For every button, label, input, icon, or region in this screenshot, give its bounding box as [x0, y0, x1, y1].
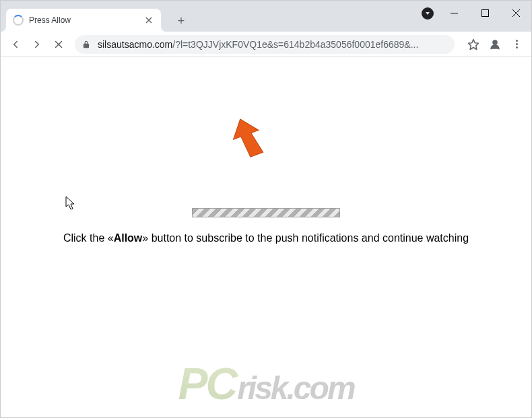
- tab-title: Press Allow: [29, 15, 143, 25]
- titlebar: Press Allow +: [1, 1, 531, 32]
- loading-spinner-icon: [13, 15, 24, 26]
- toolbar: silsautsacmo.com/?l=t3QJJVjxKF0VQ1e&s=61…: [1, 32, 531, 57]
- message-bold: Allow: [114, 232, 143, 244]
- browser-tab[interactable]: Press Allow: [6, 9, 161, 32]
- menu-button[interactable]: [507, 35, 526, 54]
- tab-strip: Press Allow +: [1, 1, 191, 32]
- svg-marker-2: [426, 12, 430, 15]
- page-content: Click the «Allow» button to subscribe to…: [1, 57, 531, 417]
- url-host: silsautsacmo.com: [98, 39, 172, 50]
- close-tab-button[interactable]: [143, 15, 154, 26]
- svg-marker-9: [469, 39, 479, 49]
- url-text: silsautsacmo.com/?l=t3QJJVjxKF0VQ1e&s=61…: [98, 39, 418, 50]
- profile-button[interactable]: [486, 35, 504, 54]
- menu-icon: [516, 40, 518, 48]
- url-path: /?l=t3QJJVjxKF0VQ1e&s=614b2b4a35056f0001…: [172, 39, 418, 50]
- watermark: PC risk.com: [178, 358, 354, 409]
- instruction-message: Click the «Allow» button to subscribe to…: [1, 232, 531, 244]
- forward-button[interactable]: [28, 35, 46, 54]
- message-suffix: » button to subscribe to the push notifi…: [142, 232, 469, 244]
- lock-icon: [81, 40, 91, 49]
- close-window-button[interactable]: [500, 1, 531, 25]
- center-block: Click the «Allow» button to subscribe to…: [1, 208, 531, 244]
- incognito-icon: [422, 7, 434, 20]
- svg-point-10: [493, 40, 497, 44]
- back-button[interactable]: [6, 35, 25, 54]
- new-tab-button[interactable]: +: [172, 11, 191, 30]
- stop-button[interactable]: [49, 35, 68, 54]
- pointer-arrow-icon: [227, 118, 267, 158]
- progress-bar: [192, 208, 340, 217]
- minimize-button[interactable]: [438, 1, 469, 25]
- bookmark-button[interactable]: [464, 35, 483, 54]
- window-controls: [438, 1, 531, 25]
- watermark-brand-left: PC: [178, 358, 238, 409]
- maximize-button[interactable]: [469, 1, 500, 25]
- message-prefix: Click the «: [63, 232, 114, 244]
- svg-rect-4: [481, 9, 488, 16]
- watermark-brand-right: risk.com: [237, 370, 354, 407]
- address-bar[interactable]: silsautsacmo.com/?l=t3QJJVjxKF0VQ1e&s=61…: [75, 35, 455, 54]
